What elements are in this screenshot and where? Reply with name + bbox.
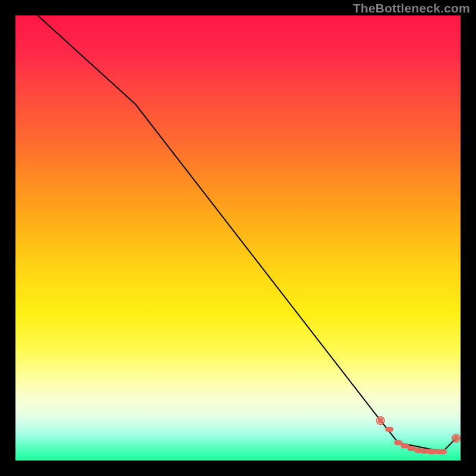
chart-stage: TheBottleneck.com [0, 0, 476, 476]
highlight-markers-group [377, 416, 460, 454]
highlight-dash-marker [439, 449, 447, 454]
bottleneck-curve-line [37, 15, 456, 452]
chart-overlay [15, 15, 461, 461]
highlight-end-marker-dot [453, 436, 459, 441]
highlight-dash-marker [385, 427, 393, 431]
highlight-end-marker-dot [378, 418, 384, 424]
watermark-label: TheBottleneck.com [353, 1, 470, 15]
